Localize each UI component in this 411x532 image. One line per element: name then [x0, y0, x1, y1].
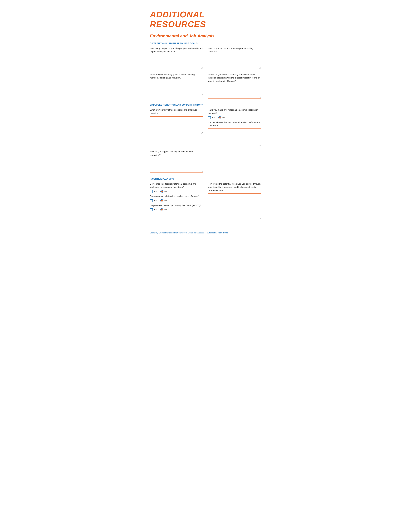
retention-q2-no-radio[interactable] — [218, 116, 221, 119]
incentive-q2-radio-group: Yes No — [150, 199, 203, 202]
diversity-q1-label: How many people do you hire per year and… — [150, 47, 203, 53]
incentive-q3-radio-group: Yes No — [150, 208, 203, 211]
incentive-q1-yes-label: Yes — [154, 190, 157, 193]
incentive-q3-no-option[interactable]: No — [160, 208, 167, 211]
diversity-q2-group: How do you recruit and who are your recr… — [208, 47, 261, 69]
diversity-q3-label: What are your diversity goals in terms o… — [150, 73, 203, 80]
retention-q2-radio-group: Yes No — [208, 116, 261, 119]
page-title: ADDITIONAL RESOURCES — [150, 10, 261, 29]
incentive-q2-label: Do you pursue job training or other type… — [150, 195, 203, 198]
incentive-q3-no-radio[interactable] — [160, 208, 163, 211]
diversity-q4-input[interactable] — [208, 84, 261, 98]
retention-q2-no-label: No — [222, 116, 225, 119]
incentive-q4-group: How would the potential incentives you s… — [208, 182, 261, 219]
diversity-q3-input[interactable] — [150, 81, 203, 95]
retention-q1-group: What are your key strategies related to … — [150, 108, 203, 146]
incentive-q1-no-option[interactable]: No — [160, 190, 167, 193]
section-diversity: DIVERSITY AND HUMAN RESOURCE GOALS How m… — [150, 42, 261, 98]
incentive-q1-yes-option[interactable]: Yes — [150, 190, 157, 193]
section-heading: Environmental and Job Analysis — [150, 34, 261, 38]
incentive-q2-no-radio[interactable] — [160, 199, 163, 202]
incentive-q4-input[interactable] — [208, 193, 261, 219]
diversity-q1-input[interactable] — [150, 55, 203, 69]
incentive-q3-yes-option[interactable]: Yes — [150, 208, 157, 211]
retention-q2-yes-label: Yes — [212, 116, 215, 119]
retention-placeholder — [208, 150, 261, 172]
retention-q4-input[interactable] — [150, 158, 203, 172]
incentive-q1-no-radio[interactable] — [160, 190, 163, 193]
incentive-q3-no-label: No — [164, 209, 167, 211]
retention-q1-label: What are your key strategies related to … — [150, 108, 203, 115]
retention-q4-group: How do you support employees who may be … — [150, 150, 203, 172]
diversity-q4-group: Where do you see the disability employme… — [208, 73, 261, 99]
incentive-q1-yes-checkbox[interactable] — [150, 190, 153, 193]
incentive-left: Do you tap into federal/state/local econ… — [150, 182, 203, 219]
retention-q2-group: Have you made any reasonable accommodati… — [208, 108, 261, 146]
section-retention: EMPLOYEE RETENTION AND SUPPORT HISTORY W… — [150, 104, 261, 172]
section-incentive: INCENTIVE PLANNING Do you tap into feder… — [150, 178, 261, 219]
incentive-q3-yes-checkbox[interactable] — [150, 208, 153, 211]
footer-text2: Additional Resources — [207, 232, 228, 234]
footer-text1: Disability Employment and Inclusion: You… — [150, 232, 204, 234]
incentive-q3-yes-label: Yes — [154, 209, 157, 211]
footer: Disability Employment and Inclusion: You… — [150, 229, 261, 234]
incentive-q2-yes-label: Yes — [154, 200, 157, 202]
diversity-q4-label: Where do you see the disability employme… — [208, 73, 261, 83]
retention-q2-no-option[interactable]: No — [218, 116, 225, 119]
incentive-q2-yes-option[interactable]: Yes — [150, 199, 157, 202]
diversity-q3-group: What are your diversity goals in terms o… — [150, 73, 203, 99]
incentive-q1-no-label: No — [164, 190, 167, 193]
incentive-q1-radio-group: Yes No — [150, 190, 203, 193]
incentive-q1-label: Do you tap into federal/state/local econ… — [150, 182, 203, 189]
retention-q1-input[interactable] — [150, 116, 203, 134]
diversity-q2-input[interactable] — [208, 55, 261, 69]
retention-q2-label: Have you made any reasonable accommodati… — [208, 108, 261, 115]
incentive-q4-label: How would the potential incentives you s… — [208, 182, 261, 192]
section-retention-heading: EMPLOYEE RETENTION AND SUPPORT HISTORY — [150, 104, 261, 106]
section-incentive-heading: INCENTIVE PLANNING — [150, 178, 261, 180]
retention-q3-label: If so, what were the supports and relate… — [208, 121, 261, 127]
retention-q4-label: How do you support employees who may be … — [150, 150, 203, 157]
footer-separator: — — [204, 232, 207, 234]
diversity-q1-group: How many people do you hire per year and… — [150, 47, 203, 69]
incentive-q2-yes-checkbox[interactable] — [150, 199, 153, 202]
retention-q2-yes-option[interactable]: Yes — [208, 116, 215, 119]
retention-q3-input[interactable] — [208, 128, 261, 146]
incentive-q3-label: Do you collect Work Opportunity Tax Cred… — [150, 204, 203, 207]
diversity-q2-label: How do you recruit and who are your recr… — [208, 47, 261, 53]
incentive-q2-no-option[interactable]: No — [160, 199, 167, 202]
incentive-q2-no-label: No — [164, 200, 167, 202]
retention-q2-yes-checkbox[interactable] — [208, 116, 211, 119]
section-diversity-heading: DIVERSITY AND HUMAN RESOURCE GOALS — [150, 42, 261, 45]
